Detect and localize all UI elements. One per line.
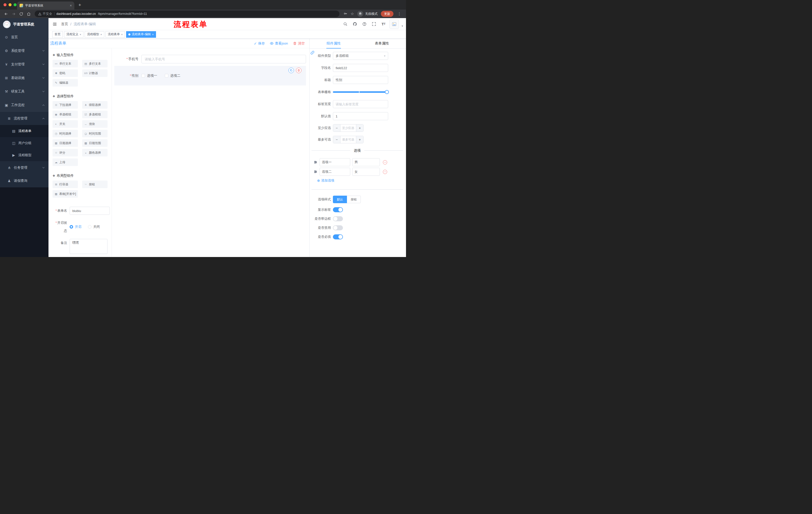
field-name-input[interactable] xyxy=(333,64,388,72)
fullscreen-icon[interactable] xyxy=(370,20,377,28)
browser-menu-icon[interactable]: ⋮ xyxy=(397,11,402,16)
sidebar-item-infrastructure[interactable]: ⊞ 基础设施 xyxy=(0,71,49,85)
remove-option-button[interactable]: − xyxy=(383,160,387,164)
title-input[interactable] xyxy=(333,76,388,84)
component-type-select[interactable]: 多选框组 ▾ xyxy=(333,52,388,60)
user-avatar[interactable] xyxy=(389,19,399,29)
increase-button[interactable]: + xyxy=(356,136,363,143)
border-toggle[interactable] xyxy=(333,216,343,221)
address-bar[interactable]: 不安全 dashboard.yudao.iocoder.cn/bpm/manag… xyxy=(35,10,340,17)
security-warning[interactable]: 不安全 xyxy=(38,12,52,16)
tag-home[interactable]: 首页 xyxy=(52,31,63,38)
sidebar-item-user-group[interactable]: ◫ 用户分组 xyxy=(0,137,49,149)
bookmark-star-icon[interactable]: ☆ xyxy=(351,11,354,16)
forward-button[interactable] xyxy=(10,10,17,17)
caret-down-icon[interactable]: ▾ xyxy=(402,24,403,28)
drag-handle-icon[interactable] xyxy=(314,170,318,174)
close-tag-icon[interactable]: × xyxy=(100,33,102,36)
sidebar-item-leave-query[interactable]: ♟ 请假查询 xyxy=(0,174,49,187)
link-icon[interactable] xyxy=(310,51,315,56)
show-label-toggle[interactable] xyxy=(333,207,343,212)
component-upload[interactable]: ☁上传 xyxy=(53,158,78,166)
form-name-input[interactable] xyxy=(69,207,110,215)
phone-field-row[interactable]: *手机号 xyxy=(114,55,306,63)
component-editor[interactable]: ✎编辑器 xyxy=(53,79,78,86)
delete-field-button[interactable] xyxy=(296,67,301,73)
sidebar-item-process-mgmt[interactable]: ≣ 流程管理 xyxy=(0,112,49,125)
max-select-value[interactable]: 最多可选 xyxy=(341,136,356,143)
sidebar-item-task-mgmt[interactable]: ⋔ 任务管理 xyxy=(0,161,49,174)
component-row-container[interactable]: ⊞行容器 xyxy=(53,181,78,188)
add-option-button[interactable]: ⊕ 添加选项 xyxy=(317,178,406,183)
close-tag-icon[interactable]: × xyxy=(80,33,81,36)
view-json-button[interactable]: 查看json xyxy=(270,41,288,46)
style-default-button[interactable]: 默认 xyxy=(333,196,347,203)
component-cascader[interactable]: ⋔级联选择 xyxy=(82,101,108,109)
back-button[interactable] xyxy=(2,10,9,17)
close-tab-icon[interactable]: × xyxy=(70,3,72,7)
sidebar-item-home[interactable]: ⊙ 首页 xyxy=(0,30,49,44)
sidebar-toggle[interactable] xyxy=(49,18,61,30)
option-value-input[interactable] xyxy=(352,158,380,166)
component-rate[interactable]: ☆评分 xyxy=(53,149,78,156)
tab-component-props[interactable]: 组件属性 xyxy=(310,39,358,48)
component-single-line-text[interactable]: ▭单行文本 xyxy=(53,60,78,67)
component-dropdown[interactable]: ⊙下拉选择 xyxy=(53,101,78,109)
new-tab-button[interactable]: + xyxy=(78,2,81,8)
incognito-indicator[interactable]: 无痕模式 xyxy=(357,11,378,17)
gender-option-2[interactable]: 选项二 xyxy=(165,74,181,78)
sidebar-item-system-mgmt[interactable]: ⚙ 系统管理 xyxy=(0,44,49,58)
sidebar-item-dev-tools[interactable]: ⚒ 研发工具 xyxy=(0,85,49,98)
tag-process-definition[interactable]: 流程定义 × xyxy=(64,31,83,38)
component-multi-line-text[interactable]: ▤多行文本 xyxy=(82,60,108,67)
option-value-input[interactable] xyxy=(352,168,380,176)
option-label-input[interactable] xyxy=(320,168,350,176)
maximize-window-button[interactable] xyxy=(13,3,17,6)
reload-button[interactable] xyxy=(18,10,25,17)
help-icon[interactable] xyxy=(361,20,368,28)
style-button-button[interactable]: 按钮 xyxy=(347,196,361,203)
tag-process-model[interactable]: 流程模型 × xyxy=(85,31,104,38)
search-icon[interactable] xyxy=(342,20,349,28)
default-value-input[interactable] xyxy=(333,112,388,120)
label-width-input[interactable] xyxy=(333,100,388,108)
required-toggle[interactable] xyxy=(333,234,343,239)
github-icon[interactable] xyxy=(351,20,358,28)
component-date-picker[interactable]: ▦日期选择 xyxy=(53,139,78,147)
sidebar-item-payment-mgmt[interactable]: ¥ 支付管理 xyxy=(0,58,49,71)
tag-process-form[interactable]: 流程表单 × xyxy=(106,31,125,38)
sidebar-item-process-model[interactable]: ▶ 流程模型 xyxy=(0,149,49,161)
component-time-range[interactable]: ◶时间范围 xyxy=(82,130,108,137)
drag-handle-icon[interactable] xyxy=(314,160,318,164)
decrease-button[interactable]: − xyxy=(333,136,341,143)
gender-field-row-selected[interactable]: *性别 选项一 选项二 xyxy=(114,66,306,85)
min-select-value[interactable]: 至少应选 xyxy=(341,125,356,132)
close-tag-icon[interactable]: × xyxy=(152,33,153,36)
remark-textarea[interactable]: 嘿嘿 xyxy=(69,239,108,254)
increase-button[interactable]: + xyxy=(356,125,363,132)
save-button[interactable]: ✓ 保存 xyxy=(254,41,265,46)
option-label-input[interactable] xyxy=(320,158,350,166)
tag-process-form-edit[interactable]: 流程表单-编辑 × xyxy=(126,31,156,38)
status-radio-on[interactable]: 开启 xyxy=(69,224,81,229)
breadcrumb-home[interactable]: 首页 xyxy=(61,22,68,26)
component-password[interactable]: ✱密码 xyxy=(53,70,78,77)
browser-tab[interactable]: 芋道管理系统 × xyxy=(17,1,75,9)
component-radio-group[interactable]: ◉单选框组 xyxy=(53,111,78,118)
sidebar-item-workflow[interactable]: ▣ 工作流程 xyxy=(0,98,49,112)
component-date-range[interactable]: ▩日期范围 xyxy=(82,139,108,147)
remove-option-button[interactable]: − xyxy=(383,170,387,174)
slider-handle[interactable] xyxy=(385,90,389,94)
component-slider[interactable]: ↔滑块 xyxy=(82,120,108,128)
close-window-button[interactable] xyxy=(3,3,6,6)
copy-field-button[interactable] xyxy=(288,67,294,73)
gender-option-1[interactable]: 选项一 xyxy=(141,74,157,78)
decrease-button[interactable]: − xyxy=(333,125,341,132)
browser-update-button[interactable]: 更新 xyxy=(381,11,394,17)
clear-button[interactable]: 清空 xyxy=(293,41,305,46)
font-size-icon[interactable]: TT xyxy=(380,20,387,28)
close-tag-icon[interactable]: × xyxy=(121,33,123,36)
status-radio-off[interactable]: 关闭 xyxy=(88,224,100,229)
component-time-picker[interactable]: ◷时间选择 xyxy=(53,130,78,137)
tab-form-props[interactable]: 表单属性 xyxy=(358,39,406,48)
